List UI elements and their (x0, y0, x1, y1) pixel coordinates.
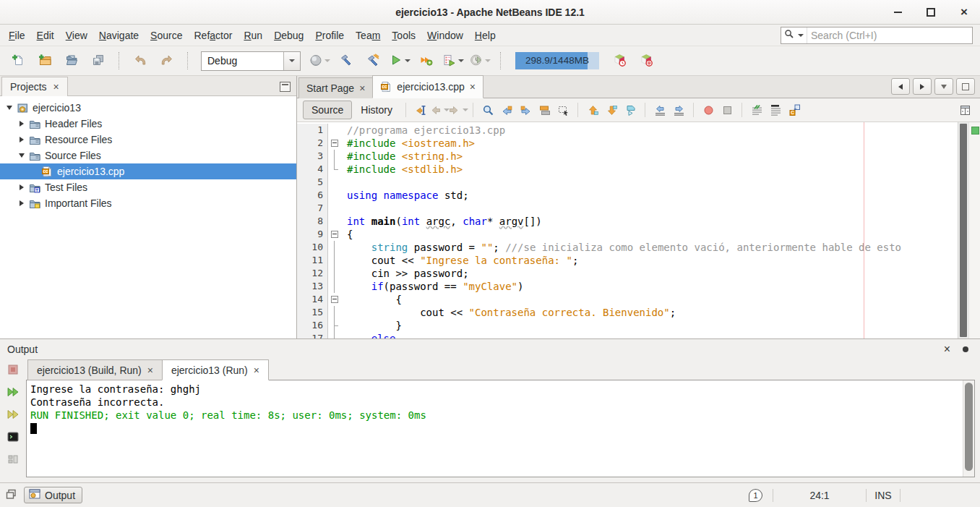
find-prev-button[interactable] (498, 101, 516, 119)
menu-tools[interactable]: Tools (386, 27, 421, 43)
forward-button[interactable] (450, 101, 468, 119)
collapsed-arrow-icon[interactable] (17, 198, 27, 208)
out-options-button[interactable] (5, 451, 21, 467)
maximize-button[interactable] (925, 7, 937, 18)
menu-view[interactable]: View (60, 27, 93, 43)
tab-projects[interactable]: Projects × (1, 77, 68, 96)
bm-next-button[interactable] (603, 101, 621, 119)
editor-scrollbar[interactable] (958, 122, 968, 338)
editor-tab-close-icon[interactable]: × (470, 82, 476, 91)
minimize-panel-button[interactable] (280, 82, 291, 92)
console-scrollbar[interactable] (963, 380, 974, 477)
tree-item-resource-files[interactable]: Resource Files (0, 132, 296, 148)
back-button[interactable] (431, 101, 449, 119)
goto-header-button[interactable]: C (786, 101, 804, 119)
menu-navigate[interactable]: Navigate (93, 27, 145, 43)
menu-edit[interactable]: Edit (31, 27, 60, 43)
editor-scrollbar-thumb[interactable] (960, 124, 967, 337)
configuration-combobox[interactable]: Debug (201, 51, 301, 71)
cube-clock-button[interactable] (607, 50, 632, 72)
open-project-button[interactable] (59, 50, 84, 72)
view-button-history[interactable]: History (353, 101, 400, 119)
rect-select-button[interactable] (554, 101, 572, 119)
fold-collapse-icon[interactable] (328, 293, 341, 306)
build-button[interactable] (334, 50, 358, 72)
bm-prev-button[interactable] (584, 101, 602, 119)
menu-window[interactable]: Window (421, 27, 469, 43)
menu-run[interactable]: Run (238, 27, 268, 43)
cube-at-button[interactable] (634, 50, 658, 72)
restore-group-icon[interactable] (6, 489, 17, 502)
editor-tab-start-page[interactable]: Start Page× (298, 77, 373, 98)
last-edit-button[interactable] (412, 101, 430, 119)
uncomment-button[interactable] (767, 101, 785, 119)
menu-profile[interactable]: Profile (309, 27, 350, 43)
insert-mode-indicator[interactable]: INS (867, 490, 900, 501)
scroll-tabs-right-button[interactable] (913, 78, 932, 95)
clean-build-button[interactable] (361, 50, 385, 72)
tree-item-important-files[interactable]: Important Files (0, 195, 296, 211)
statusbar-output-button[interactable]: Output (24, 487, 82, 503)
console-scrollbar-thumb[interactable] (965, 383, 973, 471)
output-tab-close-icon[interactable]: × (147, 366, 153, 375)
find-next-button[interactable] (517, 101, 535, 119)
out-stop-button[interactable] (5, 362, 21, 378)
console[interactable]: Ingrese la contraseña: ghghjContraseña i… (26, 380, 975, 477)
split-document-button[interactable] (956, 101, 974, 119)
tab-projects-close-icon[interactable]: × (53, 82, 59, 91)
menu-team[interactable]: Team (350, 27, 386, 43)
menu-refactor[interactable]: Refactor (188, 27, 238, 43)
expanded-arrow-icon[interactable] (4, 103, 14, 113)
editor-tab-close-icon[interactable]: × (359, 84, 365, 93)
output-close-icon[interactable]: × (944, 344, 950, 354)
tree-item-source-files[interactable]: Source Files (0, 148, 296, 163)
out-terminal-button[interactable] (5, 429, 21, 445)
out-rerun-alt-button[interactable] (5, 406, 21, 422)
close-button[interactable]: × (958, 7, 970, 18)
scroll-tabs-left-button[interactable] (891, 78, 910, 95)
shift-left-button[interactable] (651, 101, 669, 119)
output-tab-ejercicio13-run[interactable]: ejercicio13 (Run)× (162, 359, 269, 380)
redo-button[interactable] (155, 50, 179, 72)
globe-button[interactable] (307, 50, 332, 72)
fold-collapse-icon[interactable] (328, 228, 341, 241)
macro-stop-button[interactable] (718, 101, 736, 119)
tree-item-test-files[interactable]: TTest Files (0, 179, 296, 195)
expanded-arrow-icon[interactable] (17, 150, 27, 161)
menu-help[interactable]: Help (469, 27, 502, 43)
collapsed-arrow-icon[interactable] (17, 119, 27, 129)
project-tree[interactable]: ejercicio13Header FilesResource FilesSou… (0, 96, 296, 338)
undo-button[interactable] (128, 50, 152, 72)
find-button[interactable] (479, 101, 497, 119)
comment-button[interactable] (748, 101, 766, 119)
notifications-button[interactable]: 1 (749, 489, 762, 502)
memory-indicator[interactable]: 298.9/1448MB (515, 52, 599, 69)
tree-item-header-files[interactable]: Header Files (0, 116, 296, 132)
minimize-button[interactable] (892, 7, 903, 18)
run-button[interactable] (387, 50, 412, 72)
highlight-button[interactable] (536, 101, 554, 119)
editor-tab-ejercicio13-cpp[interactable]: ccejercicio13.cpp× (372, 75, 483, 98)
tree-item-ejercicio13-cpp[interactable]: ccejercicio13.cpp (0, 163, 296, 179)
code-editor[interactable]: 1//programa ejercicio13.cpp2#include <io… (297, 122, 958, 338)
new-file-button[interactable] (6, 50, 30, 72)
bm-toggle-button[interactable] (622, 101, 640, 119)
collapsed-arrow-icon[interactable] (17, 182, 27, 192)
macro-record-button[interactable] (700, 101, 718, 119)
search-scope-button[interactable] (781, 27, 807, 43)
menu-source[interactable]: Source (145, 27, 188, 43)
new-project-button[interactable] (33, 50, 57, 72)
collapsed-arrow-icon[interactable] (17, 135, 27, 145)
output-tab-close-icon[interactable]: × (254, 366, 259, 375)
save-all-button[interactable] (86, 50, 111, 72)
profile-button[interactable] (441, 50, 465, 72)
out-rerun-button[interactable] (5, 384, 21, 400)
shift-right-button[interactable] (670, 101, 688, 119)
debug-button[interactable] (414, 50, 439, 72)
tree-item-ejercicio13[interactable]: ejercicio13 (0, 100, 296, 116)
menu-debug[interactable]: Debug (268, 27, 309, 43)
error-stripe[interactable] (968, 122, 980, 338)
combo-dropdown-button[interactable] (283, 52, 300, 70)
view-button-source[interactable]: Source (303, 101, 352, 119)
search-input[interactable] (807, 30, 972, 41)
